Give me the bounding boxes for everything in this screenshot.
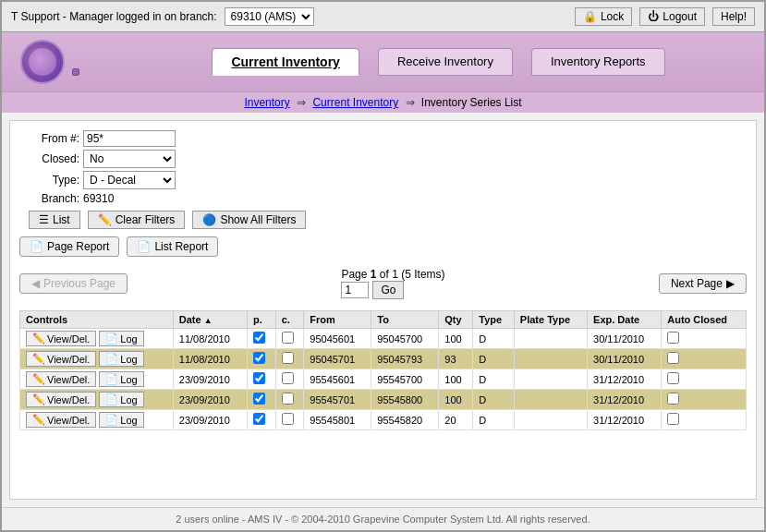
tab-inventory-reports[interactable]: Inventory Reports (531, 48, 665, 76)
row-controls: ✏️ View/Del. 📄 Log (20, 390, 174, 410)
breadcrumb-inventory[interactable]: Inventory (244, 96, 289, 109)
next-page-button[interactable]: Next Page ▶ (659, 273, 747, 294)
list-button[interactable]: ☰ List (29, 211, 80, 229)
row-auto-closed[interactable] (662, 329, 747, 349)
type-select[interactable]: D - Decal (83, 171, 176, 189)
edit-icon: ✏️ (32, 414, 45, 426)
c-checkbox[interactable] (282, 332, 294, 344)
row-p[interactable] (248, 390, 276, 410)
pagination-bar: ◀ Previous Page Page 1 of 1 (5 Items) Go (19, 268, 747, 299)
closed-label: Closed: (19, 152, 79, 165)
show-all-filters-button[interactable]: 🔵 Show All Filters (192, 211, 306, 229)
page-report-button[interactable]: 📄 Page Report (19, 236, 119, 257)
lock-button[interactable]: 🔒 Lock (575, 7, 632, 26)
tab-receive-inventory[interactable]: Receive Inventory (378, 48, 513, 76)
edit-icon: ✏️ (32, 373, 45, 385)
row-auto-closed[interactable] (662, 349, 747, 369)
p-checkbox[interactable] (253, 393, 265, 405)
table-row: ✏️ View/Del. 📄 Log 23/09/2010 95545701 9… (20, 390, 747, 410)
p-checkbox[interactable] (253, 413, 265, 425)
help-button[interactable]: Help! (712, 7, 755, 26)
page-input[interactable] (341, 282, 369, 298)
row-date: 11/08/2010 (173, 329, 247, 349)
p-checkbox[interactable] (253, 352, 265, 364)
view-del-button[interactable]: ✏️ View/Del. (26, 412, 96, 428)
view-del-button[interactable]: ✏️ View/Del. (26, 392, 96, 407)
row-plate-type (514, 369, 587, 390)
clear-icon: ✏️ (98, 213, 112, 226)
log-button[interactable]: 📄 Log (99, 412, 143, 428)
row-auto-closed[interactable] (662, 369, 747, 390)
nav-tabs: Current Inventory Receive Inventory Inve… (131, 48, 746, 76)
logout-button[interactable]: ⏻ Logout (639, 7, 705, 26)
from-input[interactable] (83, 130, 176, 147)
header-top: Current Inventory Receive Inventory Inve… (2, 32, 764, 91)
p-checkbox[interactable] (253, 332, 265, 344)
row-c[interactable] (275, 329, 304, 349)
view-del-button[interactable]: ✏️ View/Del. (26, 351, 96, 367)
row-exp-date: 31/12/2010 (588, 369, 662, 390)
edit-icon: ✏️ (32, 393, 45, 405)
row-qty: 100 (439, 369, 473, 390)
row-controls: ✏️ View/Del. 📄 Log (20, 349, 174, 369)
row-type: D (473, 390, 515, 410)
view-del-button[interactable]: ✏️ View/Del. (26, 331, 96, 346)
row-auto-closed[interactable] (662, 410, 747, 430)
table-container: Controls Date ▲ p. c. From To Qty Type P… (19, 310, 747, 430)
row-from: 95545601 (304, 369, 371, 390)
col-date[interactable]: Date ▲ (173, 311, 247, 329)
breadcrumb-current-inventory[interactable]: Current Inventory (312, 96, 398, 109)
auto-closed-checkbox[interactable] (667, 393, 679, 405)
c-checkbox[interactable] (282, 352, 294, 364)
log-button[interactable]: 📄 Log (99, 371, 143, 387)
branch-select[interactable]: 69310 (AMS) (225, 7, 314, 26)
previous-page-button[interactable]: ◀ Previous Page (19, 273, 128, 294)
next-icon: ▶ (726, 277, 735, 290)
row-c[interactable] (275, 410, 304, 430)
p-checkbox[interactable] (253, 372, 265, 384)
tab-current-inventory[interactable]: Current Inventory (212, 48, 359, 76)
log-icon: 📄 (105, 414, 118, 426)
row-p[interactable] (248, 369, 276, 390)
table-row: ✏️ View/Del. 📄 Log 23/09/2010 95545601 9… (20, 369, 747, 390)
clear-filters-button[interactable]: ✏️ Clear Filters (88, 211, 186, 229)
current-page: 1 (371, 268, 377, 281)
row-to: 95545800 (371, 390, 439, 410)
c-checkbox[interactable] (282, 413, 294, 425)
c-checkbox[interactable] (282, 372, 294, 384)
row-from: 95545701 (304, 390, 371, 410)
filter-closed-row: Closed: No Yes (19, 150, 747, 168)
title-bar: T Support - Manager logged in on branch:… (2, 2, 764, 32)
list-report-button[interactable]: 📄 List Report (127, 236, 218, 257)
log-button[interactable]: 📄 Log (99, 351, 143, 367)
logo-dropdown-arrow[interactable] (72, 68, 79, 76)
type-label: Type: (19, 174, 79, 187)
go-button[interactable]: Go (372, 281, 404, 299)
row-p[interactable] (248, 329, 276, 349)
row-qty: 20 (439, 410, 473, 430)
closed-select[interactable]: No Yes (83, 150, 176, 168)
view-del-button[interactable]: ✏️ View/Del. (26, 371, 96, 387)
row-to: 95045700 (371, 329, 439, 349)
auto-closed-checkbox[interactable] (667, 413, 679, 425)
row-p[interactable] (248, 349, 276, 369)
filter-branch-row: Branch: 69310 (19, 192, 747, 205)
col-p: p. (248, 311, 276, 329)
row-c[interactable] (275, 349, 304, 369)
auto-closed-checkbox[interactable] (667, 332, 679, 344)
log-button[interactable]: 📄 Log (99, 331, 143, 346)
row-type: D (473, 410, 515, 430)
logo-area (20, 40, 131, 84)
lock-icon: 🔒 (583, 10, 597, 23)
row-p[interactable] (248, 410, 276, 430)
row-auto-closed[interactable] (662, 390, 747, 410)
row-controls: ✏️ View/Del. 📄 Log (20, 410, 174, 430)
row-c[interactable] (275, 369, 304, 390)
auto-closed-checkbox[interactable] (667, 372, 679, 384)
c-checkbox[interactable] (282, 393, 294, 405)
auto-closed-checkbox[interactable] (667, 352, 679, 364)
logo-icon (20, 40, 65, 84)
header-area: Current Inventory Receive Inventory Inve… (2, 32, 764, 113)
log-button[interactable]: 📄 Log (99, 392, 143, 407)
row-c[interactable] (275, 390, 304, 410)
